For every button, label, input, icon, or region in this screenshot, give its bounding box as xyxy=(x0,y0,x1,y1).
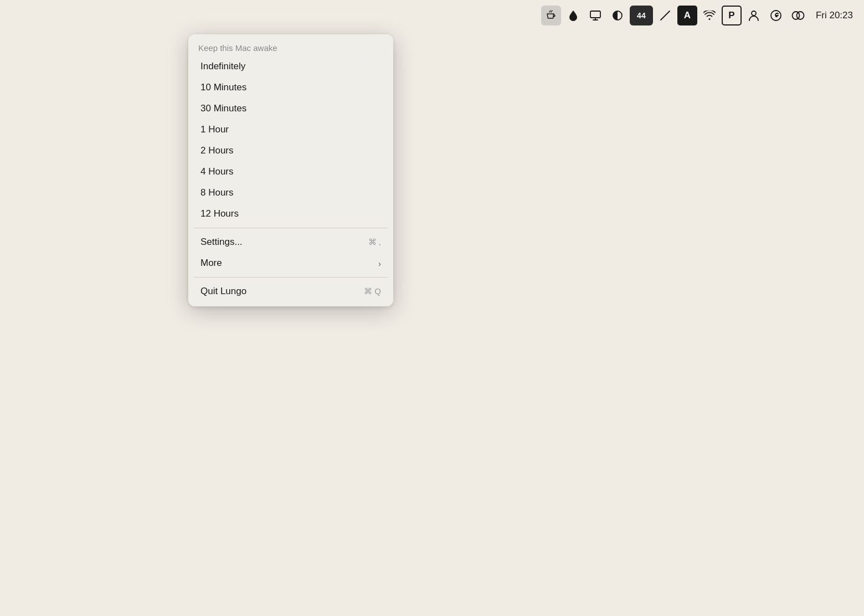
menubar-icons: 44 A P xyxy=(541,6,808,25)
dropdown-menu: Keep this Mac awake Indefinitely 10 Minu… xyxy=(188,34,393,306)
bertelsmann-icon[interactable] xyxy=(788,6,808,25)
grammarly-icon[interactable] xyxy=(766,6,786,25)
svg-point-3 xyxy=(752,11,756,16)
menu-item-30min[interactable]: 30 Minutes xyxy=(191,98,391,119)
menu-item-10min[interactable]: 10 Minutes xyxy=(191,77,391,98)
menu-item-1hour[interactable]: 1 Hour xyxy=(191,119,391,140)
separator-2 xyxy=(194,277,388,278)
drop-icon[interactable] xyxy=(563,6,583,25)
menu-item-indefinitely[interactable]: Indefinitely xyxy=(191,56,391,77)
svg-rect-0 xyxy=(590,11,600,18)
menu-item-2hours[interactable]: 2 Hours xyxy=(191,140,391,161)
menubar-time: Fri 20:23 xyxy=(816,10,853,21)
halfmoon-icon[interactable] xyxy=(608,6,628,25)
more-chevron-icon: › xyxy=(378,259,381,268)
menu-item-4hours[interactable]: 4 Hours xyxy=(191,161,391,182)
menubar: 44 A P xyxy=(0,0,864,31)
separator-1 xyxy=(194,228,388,228)
quit-shortcut: ⌘ Q xyxy=(364,286,381,296)
user-icon[interactable] xyxy=(744,6,764,25)
svg-point-6 xyxy=(796,12,804,19)
pencil-slash-icon[interactable] xyxy=(655,6,675,25)
text-A-icon[interactable]: A xyxy=(677,6,697,25)
svg-line-2 xyxy=(661,11,670,20)
menu-item-settings[interactable]: Settings... ⌘ , xyxy=(191,232,391,253)
monitor-icon[interactable] xyxy=(585,6,605,25)
menu-item-more[interactable]: More › xyxy=(191,253,391,274)
wifi-icon[interactable] xyxy=(700,6,719,25)
menu-header: Keep this Mac awake xyxy=(188,39,393,56)
menu-item-12hours[interactable]: 12 Hours xyxy=(191,203,391,224)
parking-icon[interactable]: P xyxy=(722,6,742,25)
battery-icon[interactable]: 44 xyxy=(630,6,653,25)
settings-shortcut: ⌘ , xyxy=(368,237,381,247)
lungo-coffee-icon[interactable] xyxy=(541,6,561,25)
menu-item-8hours[interactable]: 8 Hours xyxy=(191,182,391,203)
menu-item-quit[interactable]: Quit Lungo ⌘ Q xyxy=(191,281,391,302)
